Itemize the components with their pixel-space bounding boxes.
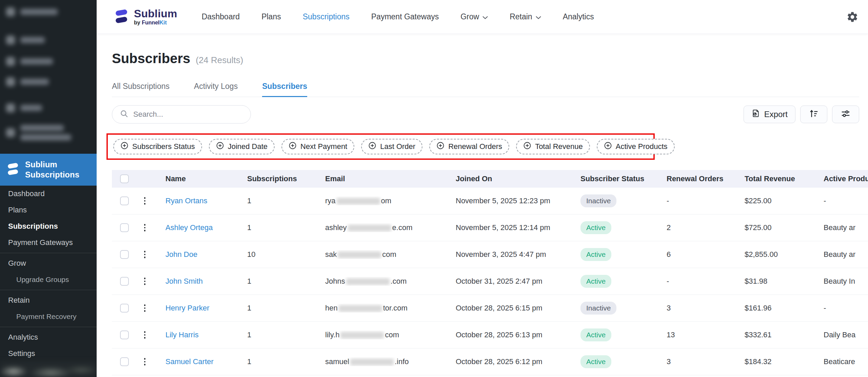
sidebar-item-subscriptions[interactable]: Subscriptions <box>0 218 97 234</box>
chip-last-order[interactable]: Last Order <box>361 139 422 154</box>
subscriber-name-link[interactable]: Ryan Ortans <box>165 196 208 205</box>
tab-activity-logs[interactable]: Activity Logs <box>194 82 238 97</box>
row-checkbox[interactable] <box>120 196 129 205</box>
sidebar-item-payment-recovery[interactable]: Payment Recovery <box>0 308 97 325</box>
renewal-orders-value: 6 <box>667 250 745 259</box>
kebab-menu-icon[interactable] <box>140 221 149 234</box>
kebab-menu-icon[interactable] <box>140 248 149 261</box>
chip-active-products[interactable]: Active Products <box>597 139 675 154</box>
screen: Sublium Subscriptions Dashboard Plans Su… <box>0 0 868 377</box>
kebab-menu-icon[interactable] <box>140 355 149 368</box>
active-products-value: - <box>824 304 868 313</box>
row-checkbox[interactable] <box>120 331 129 339</box>
subscriber-name-link[interactable]: Lily Harris <box>165 331 199 339</box>
subscriber-email: hentor.com <box>325 304 456 313</box>
sidebar-item-upgrade-groups[interactable]: Upgrade Groups <box>0 271 97 288</box>
toolbar: Export <box>112 105 859 124</box>
status-badge: Inactive <box>580 194 616 207</box>
subscriber-name-link[interactable]: Samuel Carter <box>165 357 214 366</box>
redacted-email-blur <box>338 251 381 258</box>
search-input[interactable] <box>133 110 243 119</box>
col-subscriptions: Subscriptions <box>247 174 325 183</box>
joined-on-date: November 3, 2025 4:47 pm <box>456 250 580 259</box>
nav-retain[interactable]: Retain <box>510 12 541 21</box>
plus-circle-icon <box>216 142 224 152</box>
sublium-logo-icon <box>114 8 129 26</box>
sort-icon <box>809 109 819 120</box>
chip-joined-date[interactable]: Joined Date <box>209 139 275 154</box>
active-products-value: Daily Bea <box>824 331 868 339</box>
blurred-menu-item <box>6 7 58 16</box>
chip-subscribers-status[interactable]: Subscribers Status <box>113 139 202 154</box>
col-total-revenue: Total Revenue <box>745 174 824 183</box>
plugin-topbar: Sublium by FunnelKit Dashboard Plans Sub… <box>97 0 868 34</box>
renewal-orders-value: - <box>667 277 745 286</box>
nav-grow[interactable]: Grow <box>460 12 488 21</box>
sidebar-item-sublium-subscriptions[interactable]: Sublium Subscriptions <box>0 154 97 186</box>
subscriber-email: Johns.com <box>325 277 456 286</box>
sidebar-item-analytics[interactable]: Analytics <box>0 329 97 345</box>
nav-payment-gateways[interactable]: Payment Gateways <box>371 12 439 21</box>
redacted-email-blur <box>340 332 384 339</box>
redacted-email-blur <box>350 359 394 365</box>
row-checkbox[interactable] <box>120 250 129 259</box>
select-all-checkbox[interactable] <box>120 174 129 183</box>
chip-renewal-orders[interactable]: Renewal Orders <box>429 139 509 154</box>
subscriber-name-link[interactable]: Henry Parker <box>165 304 210 312</box>
blurred-menu-item <box>6 36 45 44</box>
search-icon <box>120 109 129 119</box>
total-revenue-value: $2,855.00 <box>745 250 824 259</box>
active-products-value: Beaticare <box>824 357 868 366</box>
subscriber-email: ashleye.com <box>325 223 456 232</box>
renewal-orders-value: 13 <box>667 331 745 339</box>
filter-settings-button[interactable] <box>832 106 859 123</box>
total-revenue-value: $161.96 <box>745 304 824 313</box>
tab-all-subscriptions[interactable]: All Subscriptions <box>112 82 170 97</box>
kebab-menu-icon[interactable] <box>140 194 149 207</box>
sidebar-divider <box>0 253 97 253</box>
kebab-menu-icon[interactable] <box>140 328 149 341</box>
joined-on-date: November 5, 2025 12:14 pm <box>456 223 580 232</box>
sidebar-plugin-label: Sublium Subscriptions <box>25 159 91 180</box>
subscriber-name-link[interactable]: John Smith <box>165 277 203 285</box>
active-products-value: Beauty ar <box>824 223 868 232</box>
sidebar-item-settings[interactable]: Settings <box>0 345 97 362</box>
kebab-menu-icon[interactable] <box>140 302 149 315</box>
nav-analytics[interactable]: Analytics <box>563 12 594 21</box>
sidebar-item-dashboard[interactable]: Dashboard <box>0 186 97 202</box>
row-checkbox[interactable] <box>120 277 129 286</box>
sidebar-item-retain[interactable]: Retain <box>0 292 97 308</box>
redacted-email-blur <box>348 225 391 231</box>
chip-total-revenue[interactable]: Total Revenue <box>516 139 590 154</box>
row-checkbox[interactable] <box>120 304 129 313</box>
row-checkbox[interactable] <box>120 357 129 366</box>
total-revenue-value: $332.61 <box>745 331 824 339</box>
sublium-brand[interactable]: Sublium by FunnelKit <box>114 8 177 26</box>
plus-circle-icon <box>523 142 531 152</box>
col-joined-on: Joined On <box>456 174 580 183</box>
subscriber-name-link[interactable]: Ashley Ortega <box>165 223 213 232</box>
nav-subscriptions[interactable]: Subscriptions <box>303 12 350 21</box>
joined-on-date: October 31, 2025 2:47 pm <box>456 277 580 286</box>
tab-subscribers[interactable]: Subscribers <box>262 82 307 97</box>
table-row: John Doe 10 sakcom November 3, 2025 4:47… <box>112 241 868 268</box>
row-checkbox[interactable] <box>120 223 129 232</box>
sidebar-divider <box>0 327 97 327</box>
sort-button[interactable] <box>800 106 827 123</box>
wp-admin-sidebar: Sublium Subscriptions Dashboard Plans Su… <box>0 0 97 377</box>
plus-circle-icon <box>436 142 445 152</box>
subscriptions-count: 10 <box>247 250 325 259</box>
sidebar-item-grow[interactable]: Grow <box>0 255 97 271</box>
sidebar-item-payment-gateways[interactable]: Payment Gateways <box>0 234 97 251</box>
chip-next-payment[interactable]: Next Payment <box>281 139 354 154</box>
export-button[interactable]: Export <box>744 106 795 123</box>
nav-dashboard[interactable]: Dashboard <box>202 12 240 21</box>
search-box <box>112 105 251 124</box>
kebab-menu-icon[interactable] <box>140 275 149 288</box>
subscriber-name-link[interactable]: John Doe <box>165 250 197 259</box>
gear-icon[interactable] <box>846 10 859 24</box>
sidebar-item-plans[interactable]: Plans <box>0 202 97 218</box>
table-header-row: Name Subscriptions Email Joined On Subsc… <box>112 170 868 188</box>
subscriber-email: sakcom <box>325 250 456 259</box>
nav-plans[interactable]: Plans <box>261 12 281 21</box>
